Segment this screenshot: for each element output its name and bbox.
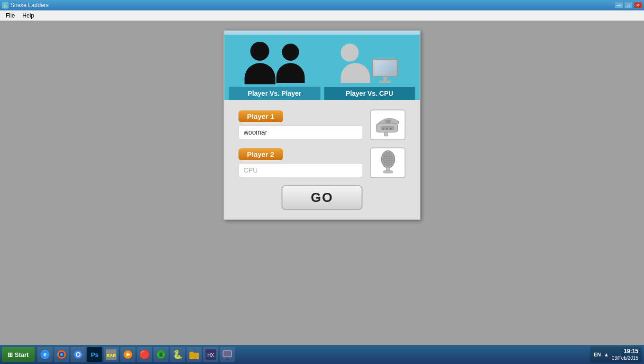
desktop: Player Vs. Player [0, 21, 644, 345]
system-tray: EN ▲ 19:15 03/Feb/2015 [590, 346, 642, 363]
svg-point-6 [390, 128, 392, 130]
player2-token-button[interactable] [370, 147, 406, 178]
mode-cpu[interactable]: Player Vs. CPU [324, 39, 415, 100]
title-bar-left: 🐍 Snake Ladders [2, 2, 49, 9]
mode-selector: Player Vs. Player [224, 31, 420, 100]
player1-label: Player 1 [239, 110, 283, 122]
player1-token-button[interactable] [370, 109, 406, 140]
svg-point-3 [385, 119, 391, 123]
monitor-screen [375, 61, 395, 74]
pvp-icon-area [229, 39, 321, 87]
minimize-button[interactable]: — [615, 2, 623, 9]
taskbar-icons: e Ps RAR 🔴 DVD 🐍 HX [37, 347, 235, 362]
start-button[interactable]: ⊞ Start [2, 347, 35, 362]
svg-text:e: e [43, 351, 46, 358]
player1-section: Player 1 [239, 110, 363, 139]
player2-section: Player 2 [239, 148, 363, 177]
tray-arrow: ▲ [604, 352, 609, 357]
menu-file[interactable]: File [2, 11, 18, 20]
folder-icon[interactable] [187, 347, 202, 362]
svg-text:Ps: Ps [91, 351, 98, 358]
player2-icon [276, 42, 304, 84]
monitor [372, 59, 398, 77]
iron-icon [374, 112, 402, 138]
go-button[interactable]: GO [281, 185, 363, 210]
form-area: Player 1 [224, 100, 420, 219]
menu-bar: File Help [0, 10, 644, 21]
taskbar: ⊞ Start e Ps RAR 🔴 DVD 🐍 HX [0, 345, 644, 364]
app-icon: 🐍 [2, 2, 9, 9]
svg-rect-37 [189, 352, 194, 354]
svg-point-23 [60, 353, 63, 356]
player2-row: Player 2 [239, 147, 406, 178]
utility-icon[interactable]: HX [203, 347, 218, 362]
monitor-base [379, 81, 391, 83]
language-indicator: EN [594, 352, 601, 357]
clock: 19:15 03/Feb/2015 [612, 347, 638, 362]
svg-point-8 [382, 152, 394, 167]
svg-rect-2 [384, 132, 388, 136]
menu-help[interactable]: Help [18, 11, 38, 20]
ie-icon[interactable]: e [37, 347, 53, 362]
daemon-icon[interactable]: 🔴 [137, 347, 152, 362]
mode-top-bar [224, 31, 420, 35]
svg-text:HX: HX [207, 353, 214, 358]
mode-pvp[interactable]: Player Vs. Player [229, 39, 321, 100]
svg-rect-40 [223, 351, 232, 357]
microphone-icon [374, 150, 402, 176]
windows-orb: ⊞ [8, 351, 13, 358]
title-bar-controls: — □ ✕ [615, 2, 642, 9]
cpu-icon-area [324, 39, 415, 87]
media-icon[interactable] [120, 347, 135, 362]
close-button[interactable]: ✕ [634, 2, 642, 9]
cpu-icons [341, 44, 398, 83]
game-dialog: Player Vs. Player [224, 30, 420, 220]
clock-date: 03/Feb/2015 [612, 355, 638, 362]
monitor-stand [383, 77, 387, 81]
player1-input[interactable] [239, 125, 363, 139]
snake-icon[interactable]: 🐍 [170, 347, 185, 362]
taskbar-right: EN ▲ 19:15 03/Feb/2015 [590, 346, 642, 363]
dvd-icon[interactable]: DVD [153, 347, 169, 362]
go-button-row: GO [239, 185, 406, 210]
winrar-icon[interactable]: RAR [104, 347, 119, 362]
player2-label: Player 2 [239, 148, 283, 160]
monitor-icon[interactable] [220, 347, 235, 362]
svg-text:DVD: DVD [158, 353, 163, 356]
player1-row: Player 1 [239, 109, 406, 140]
svg-rect-42 [226, 357, 229, 358]
svg-point-4 [383, 128, 384, 130]
player2-input[interactable] [239, 163, 363, 177]
firefox-icon[interactable] [54, 347, 69, 362]
mode-options: Player Vs. Player [224, 35, 420, 100]
clock-time: 19:15 [612, 347, 638, 355]
title-bar-title: Snake Ladders [10, 2, 49, 9]
computer-icon [372, 59, 398, 83]
player1-icon [244, 42, 275, 84]
pvp-label: Player Vs. Player [229, 87, 321, 100]
svg-point-26 [77, 353, 80, 356]
svg-point-5 [386, 128, 388, 130]
title-bar: 🐍 Snake Ladders — □ ✕ [0, 0, 644, 10]
photoshop-icon[interactable]: Ps [87, 347, 102, 362]
start-label: Start [15, 351, 29, 358]
cpu-label: Player Vs. CPU [324, 87, 415, 100]
svg-text:RAR: RAR [107, 353, 116, 358]
svg-rect-18 [383, 171, 393, 173]
chrome-icon[interactable] [71, 347, 86, 362]
cpu-player-icon [341, 44, 370, 83]
pvp-icons [244, 42, 304, 84]
maximize-button[interactable]: □ [624, 2, 633, 9]
